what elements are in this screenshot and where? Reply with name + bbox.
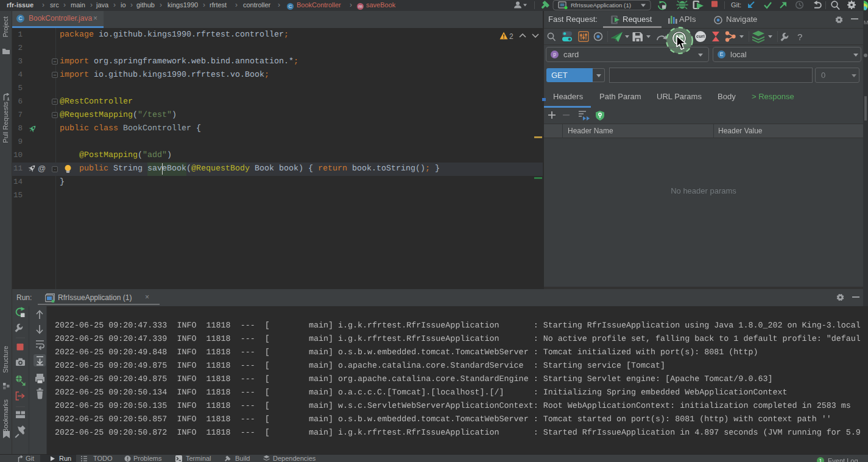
svg-text:?: ? — [797, 32, 802, 42]
svg-text:2: 2 — [509, 32, 513, 41]
svg-text:RfrIssueApplication (1): RfrIssueApplication (1) — [571, 2, 631, 9]
svg-text:Git:: Git: — [731, 1, 741, 9]
